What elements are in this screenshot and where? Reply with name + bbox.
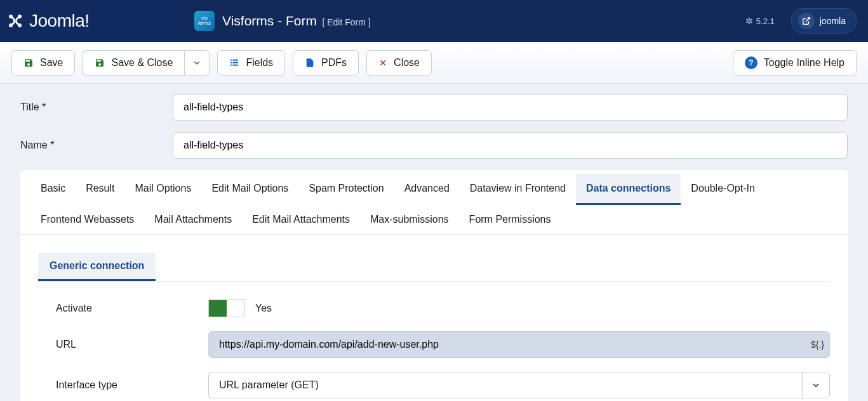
panel-body: Activate Yes URL ${.}	[38, 282, 830, 398]
title-input[interactable]	[173, 94, 848, 121]
activate-row: Activate Yes	[56, 299, 830, 317]
joomla-mini-icon: ✲	[745, 16, 753, 26]
tab-spam-protection[interactable]: Spam Protection	[298, 174, 394, 205]
content: Title * Name * BasicResultMail OptionsEd…	[0, 84, 868, 401]
interface-type-label: Interface type	[56, 379, 208, 391]
header-brand-area: Joomla!	[0, 0, 183, 42]
interface-type-row: Interface type URL parameter (GET)	[56, 372, 830, 398]
fields-button[interactable]: Fields	[217, 50, 285, 76]
toggle-on-state	[209, 300, 227, 317]
pdfs-label: PDFs	[321, 57, 347, 69]
panel: Generic connection Activate Yes URL	[20, 234, 848, 401]
header: Joomla! visforms Visforms - Form [ Edit …	[0, 0, 868, 42]
chevron-down-icon	[811, 380, 821, 390]
version-badge[interactable]: ✲ 5.2.1	[745, 16, 775, 26]
chevron-down-icon	[192, 58, 201, 67]
tab-result[interactable]: Result	[76, 174, 124, 205]
tabs-card: BasicResultMail OptionsEdit Mail Options…	[20, 170, 848, 401]
joomla-mark-icon	[6, 12, 24, 30]
svg-rect-5	[233, 59, 239, 60]
toolbar: Save Save & Close Fields PDFs Close ? To…	[0, 42, 868, 84]
save-dropdown-button[interactable]	[184, 50, 210, 76]
close-button[interactable]: Close	[366, 50, 432, 76]
external-link-icon	[798, 13, 815, 29]
activate-toggle[interactable]	[208, 299, 245, 317]
tab-max-submissions[interactable]: Max-submissions	[360, 205, 459, 234]
save-icon	[95, 58, 105, 68]
save-close-group: Save & Close	[83, 50, 210, 76]
toggle-help-label: Toggle Inline Help	[764, 57, 845, 69]
tabs: BasicResultMail OptionsEdit Mail Options…	[20, 170, 848, 234]
toggle-inline-help-button[interactable]: ? Toggle Inline Help	[733, 50, 857, 76]
pdfs-button[interactable]: PDFs	[293, 50, 359, 76]
file-icon	[305, 58, 315, 68]
header-main: visforms Visforms - Form [ Edit Form ] ✲…	[183, 0, 868, 42]
save-button[interactable]: Save	[11, 50, 75, 76]
open-site-button[interactable]: joomla	[791, 8, 857, 34]
select-arrow	[802, 372, 830, 398]
interface-type-value: URL parameter (GET)	[208, 372, 802, 398]
tab-basic[interactable]: Basic	[30, 174, 76, 205]
tab-frontend-webassets[interactable]: Frontend Webassets	[30, 205, 144, 234]
page-title-wrap: Visforms - Form [ Edit Form ]	[222, 13, 371, 29]
subtabs: Generic connection	[38, 253, 830, 282]
tab-mail-options[interactable]: Mail Options	[124, 174, 201, 205]
site-name: joomla	[820, 16, 846, 26]
close-icon	[378, 58, 387, 67]
fields-label: Fields	[246, 57, 273, 69]
url-label: URL	[56, 339, 208, 350]
help-icon: ?	[745, 56, 758, 69]
name-row: Name *	[20, 132, 848, 159]
page-subtitle: [ Edit Form ]	[322, 17, 370, 27]
save-icon	[23, 58, 34, 68]
svg-rect-6	[230, 62, 232, 63]
page-title: Visforms - Form	[222, 13, 317, 28]
activate-value: Yes	[255, 303, 272, 314]
tab-dataview-in-frontend[interactable]: Dataview in Frontend	[460, 174, 576, 205]
name-input[interactable]	[173, 132, 848, 159]
url-input[interactable]	[208, 331, 806, 358]
title-row: Title *	[20, 94, 848, 121]
tab-mail-attachments[interactable]: Mail Attachments	[144, 205, 242, 234]
svg-rect-7	[233, 62, 239, 63]
tab-edit-mail-attachments[interactable]: Edit Mail Attachments	[242, 205, 360, 234]
name-label: Name *	[20, 140, 173, 151]
svg-rect-9	[233, 64, 239, 65]
close-label: Close	[394, 57, 420, 69]
joomla-brand-text: Joomla!	[29, 11, 90, 31]
save-close-label: Save & Close	[111, 57, 173, 69]
svg-rect-4	[230, 59, 232, 60]
tab-form-permissions[interactable]: Form Permissions	[459, 205, 561, 234]
subtab-generic-connection[interactable]: Generic connection	[38, 253, 156, 281]
save-close-button[interactable]: Save & Close	[83, 50, 184, 76]
tab-advanced[interactable]: Advanced	[394, 174, 460, 205]
tab-double-opt-in[interactable]: Double-Opt-In	[681, 174, 765, 205]
interface-type-select[interactable]: URL parameter (GET)	[208, 372, 830, 398]
tab-edit-mail-options[interactable]: Edit Mail Options	[201, 174, 298, 205]
list-icon	[229, 58, 239, 68]
url-placeholder-button[interactable]: ${.}	[806, 331, 830, 358]
svg-rect-8	[230, 64, 232, 65]
tab-data-connections[interactable]: Data connections	[576, 174, 681, 205]
joomla-logo[interactable]: Joomla!	[6, 11, 90, 31]
url-input-group: ${.}	[208, 331, 830, 358]
visforms-app-icon: visforms	[194, 11, 215, 31]
activate-label: Activate	[56, 303, 208, 314]
toggle-off-state	[227, 300, 244, 317]
url-row: URL ${.}	[56, 331, 830, 358]
version-text: 5.2.1	[756, 16, 775, 26]
title-label: Title *	[20, 102, 173, 113]
save-label: Save	[40, 57, 63, 69]
